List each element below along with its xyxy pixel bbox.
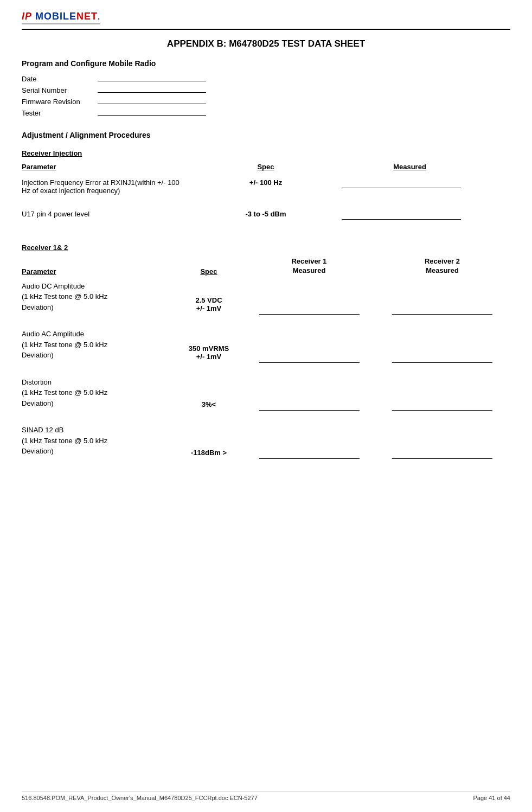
recv-param-4-r2 <box>374 447 510 459</box>
recv-line-3-r2 <box>392 399 492 411</box>
recv-param-row-2: Audio AC Amplitude(1 kHz Test tone @ 5.0… <box>22 329 510 363</box>
field-serial-line <box>98 85 206 96</box>
recv-param-1-r1 <box>244 303 374 315</box>
recv-line-1-r2 <box>392 303 492 315</box>
recv-col-header-r2: Receiver 2Measured <box>374 257 510 276</box>
recv-col-header-spec: Spec <box>174 267 244 276</box>
footer-file-ref: 516.80548.POM_REVA_Product_Owner's_Manua… <box>22 795 258 801</box>
page-title: APPENDIX B: M64780D25 TEST DATA SHEET <box>22 39 510 49</box>
recv-param-row-4: SINAD 12 dB(1 kHz Test tone @ 5.0 kHzDev… <box>22 425 510 459</box>
injection-measured-line-1 <box>342 176 461 188</box>
injection-param-2-measured <box>309 208 510 220</box>
injection-param-2-name: U17 pin 4 power level <box>22 208 222 218</box>
col-header-measured: Measured <box>309 163 510 171</box>
recv-param-1-name: Audio DC Amplitude(1 kHz Test tone @ 5.0… <box>22 281 174 315</box>
injection-col-headers: Parameter Spec Measured <box>22 163 510 171</box>
recv-line-2-r2 <box>392 351 492 363</box>
receiver-12-title: Receiver 1& 2 <box>22 244 510 252</box>
field-firmware-label: Firmware Revision <box>22 96 98 107</box>
recv-line-4-r2 <box>392 447 492 459</box>
injection-param-1-name: Injection Frequency Error at RXINJ1(with… <box>22 176 222 195</box>
field-date-line <box>98 73 206 85</box>
recv-param-2-spec: 350 mVRMS+/- 1mV <box>174 344 244 363</box>
program-form: Date Serial Number Firmware Revision Tes… <box>22 73 206 119</box>
field-tester-line <box>98 107 206 119</box>
recv-param-3-r2 <box>374 399 510 411</box>
logo-text: IP MOBILENET. <box>22 11 100 22</box>
recv-line-3-r1 <box>259 399 360 411</box>
recv-param-2-r1 <box>244 351 374 363</box>
field-tester-label: Tester <box>22 107 98 119</box>
recv-param-row-3: Distortion(1 kHz Test tone @ 5.0 kHzDevi… <box>22 377 510 411</box>
logo-area: IP MOBILENET. <box>22 11 100 24</box>
receiver-injection-title: Receiver Injection <box>22 149 510 157</box>
field-date-label: Date <box>22 73 98 85</box>
page-header: IP MOBILENET. <box>22 11 510 30</box>
program-section-title: Program and Configure Mobile Radio <box>22 59 510 68</box>
injection-measured-line-2 <box>342 208 461 220</box>
recv-param-1-r2 <box>374 303 510 315</box>
recv-param-3-name: Distortion(1 kHz Test tone @ 5.0 kHzDevi… <box>22 377 174 411</box>
adjustment-title: Adjustment / Alignment Procedures <box>22 131 510 139</box>
logo: IP MOBILENET. <box>22 11 100 22</box>
recv-param-1-spec: 2.5 VDC+/- 1mV <box>174 296 244 315</box>
injection-param-row-2: U17 pin 4 power level -3 to -5 dBm <box>22 208 510 220</box>
recv-param-row-1: Audio DC Amplitude(1 kHz Test tone @ 5.0… <box>22 281 510 315</box>
field-serial-label: Serial Number <box>22 85 98 96</box>
recv-line-4-r1 <box>259 447 360 459</box>
recv-line-1-r1 <box>259 303 360 315</box>
injection-param-row-1: Injection Frequency Error at RXINJ1(with… <box>22 176 510 195</box>
injection-param-2-spec: -3 to -5 dBm <box>222 208 309 218</box>
logo-underline <box>22 23 100 24</box>
recv-col-headers: Parameter Spec Receiver 1Measured Receiv… <box>22 257 510 276</box>
recv-param-4-spec: -118dBm > <box>174 449 244 459</box>
recv-param-3-spec: 3%< <box>174 400 244 411</box>
recv-col-header-param: Parameter <box>22 267 174 276</box>
field-firmware-line <box>98 96 206 107</box>
recv-param-2-r2 <box>374 351 510 363</box>
page-footer: 516.80548.POM_REVA_Product_Owner's_Manua… <box>22 791 510 801</box>
recv-param-4-r1 <box>244 447 374 459</box>
col-header-spec: Spec <box>222 163 309 171</box>
recv-line-2-r1 <box>259 351 360 363</box>
recv-param-4-name: SINAD 12 dB(1 kHz Test tone @ 5.0 kHzDev… <box>22 425 174 459</box>
injection-param-1-measured <box>309 176 510 188</box>
recv-param-3-r1 <box>244 399 374 411</box>
recv-param-2-name: Audio AC Amplitude(1 kHz Test tone @ 5.0… <box>22 329 174 363</box>
footer-page: Page 41 of 44 <box>473 795 510 801</box>
recv-col-header-r1: Receiver 1Measured <box>244 257 374 276</box>
col-header-param: Parameter <box>22 163 222 171</box>
injection-param-1-spec: +/- 100 Hz <box>222 176 309 187</box>
